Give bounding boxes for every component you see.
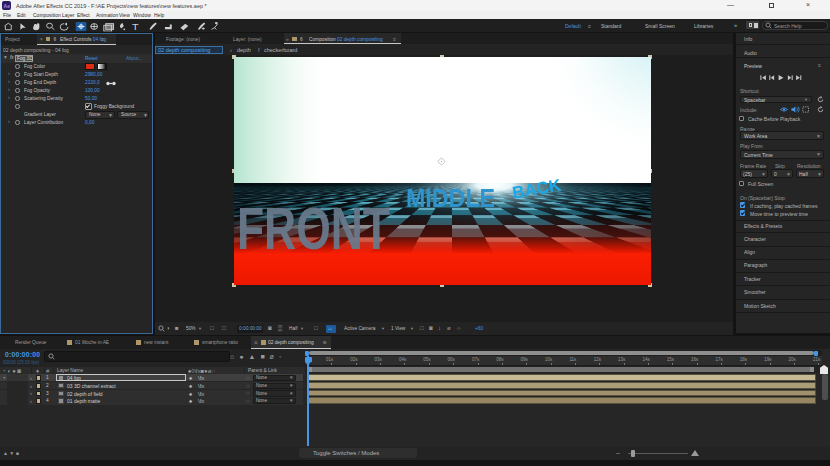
svg-text:T: T [132,21,139,31]
